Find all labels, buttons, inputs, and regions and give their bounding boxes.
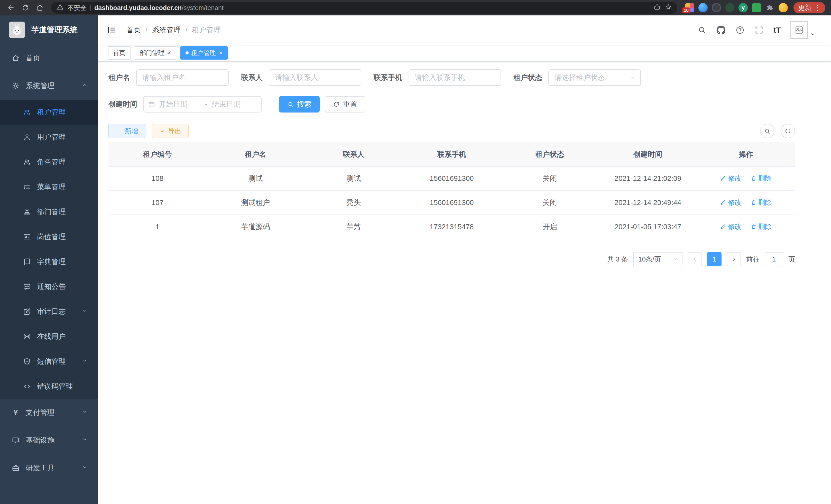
tags-view: 首页 部门管理 × 租户管理 × (98, 45, 831, 62)
update-button[interactable]: 更新 ⋮ (794, 2, 825, 13)
sidebar-item-label: 岗位管理 (37, 232, 66, 242)
chevron-down-icon (82, 409, 88, 417)
sidebar-item-payment[interactable]: ¥ 支付管理 (0, 399, 98, 426)
contact-input[interactable] (269, 69, 361, 86)
sidebar-item-post[interactable]: 岗位管理 (0, 224, 98, 249)
reset-button[interactable]: 重置 (325, 96, 365, 113)
sidebar-item-sms[interactable]: 短信管理 (0, 349, 98, 374)
sidebar-item-label: 菜单管理 (37, 182, 66, 192)
home-icon[interactable] (34, 2, 45, 13)
sidebar-item-audit-log[interactable]: 审计日志 (0, 299, 98, 324)
tab-home[interactable]: 首页 (108, 46, 131, 60)
sidebar-item-role[interactable]: 角色管理 (0, 149, 98, 174)
fullscreen-icon[interactable] (754, 25, 764, 35)
post-card-icon (23, 233, 31, 241)
tab-label: 租户管理 (191, 49, 216, 57)
chevron-down-icon (82, 464, 88, 472)
address-bar[interactable]: 不安全 dashboard.yudao.iocoder.cn/system/te… (51, 2, 677, 13)
extension-icon-dark[interactable] (712, 3, 721, 12)
sidebar-item-label: 系统管理 (26, 81, 55, 91)
sidebar-item-error-code[interactable]: 错误码管理 (0, 374, 98, 399)
trash-icon (751, 224, 757, 230)
profile-avatar-icon[interactable] (779, 3, 788, 12)
bookmark-star-icon[interactable] (665, 4, 672, 12)
prev-page-button[interactable] (688, 252, 702, 266)
table-header-row: 租户编号 租户名 联系人 联系手机 租户状态 创建时间 操作 (109, 142, 795, 167)
page-size-select[interactable]: 10条/页 (633, 252, 683, 266)
cell-actions: 修改 删除 (697, 167, 795, 190)
extension-icon-multicolor[interactable]: 10 (685, 3, 694, 12)
extension-icon-drop[interactable] (698, 3, 708, 12)
sidebar-item-label: 字典管理 (37, 257, 66, 267)
reload-icon[interactable] (20, 2, 31, 13)
sidebar-item-home[interactable]: 首页 (0, 44, 98, 72)
extensions-puzzle-icon[interactable] (765, 3, 774, 12)
tab-tenant[interactable]: 租户管理 × (180, 46, 228, 60)
tab-dept[interactable]: 部门管理 × (135, 46, 176, 60)
sidebar-item-infra[interactable]: 基础设施 (0, 426, 98, 454)
edit-link[interactable]: 修改 (720, 198, 741, 207)
date-start-placeholder: 开始日期 (155, 99, 204, 109)
close-icon[interactable]: × (219, 50, 223, 56)
export-button[interactable]: 导出 (152, 124, 189, 138)
user-icon (23, 133, 31, 142)
extension-icon-square[interactable] (752, 3, 761, 12)
breadcrumb-item[interactable]: 系统管理 (152, 25, 181, 35)
sidebar-item-devtools[interactable]: 研发工具 (0, 454, 98, 482)
sidebar-item-online-user[interactable]: 在线用户 (0, 324, 98, 349)
toggle-search-button[interactable] (760, 124, 774, 138)
delete-link[interactable]: 删除 (751, 198, 772, 207)
refresh-table-button[interactable] (781, 124, 795, 138)
toolbar: 新增 导出 (109, 124, 795, 138)
search-button[interactable]: 搜索 (279, 96, 320, 113)
cell-phone: 15601691300 (403, 167, 501, 190)
cell-contact: 秃头 (305, 190, 403, 215)
back-icon[interactable] (6, 2, 17, 13)
sidebar-item-tenant[interactable]: 租户管理 (0, 100, 98, 125)
goto-page-input[interactable] (765, 252, 783, 266)
phone-input[interactable] (408, 69, 501, 86)
extension-icon-darkgreen[interactable] (725, 3, 735, 12)
sidebar-item-dict[interactable]: 字典管理 (0, 249, 98, 274)
edit-link[interactable]: 修改 (720, 222, 741, 231)
chevron-left-icon (692, 256, 698, 262)
close-icon[interactable]: × (168, 50, 171, 56)
sidebar-item-system[interactable]: 系统管理 (0, 72, 98, 100)
breadcrumb-item[interactable]: 首页 (126, 25, 141, 35)
help-icon[interactable] (736, 25, 745, 35)
browser-menu-icon[interactable]: ⋮ (814, 4, 821, 12)
user-avatar[interactable] (791, 21, 815, 39)
sidebar-item-label: 在线用户 (37, 332, 66, 342)
sidebar-item-user[interactable]: 用户管理 (0, 125, 98, 149)
security-warning-icon[interactable] (57, 3, 64, 12)
current-page-button[interactable]: 1 (707, 252, 721, 266)
sidebar-item-menu[interactable]: 菜单管理 (0, 174, 98, 199)
sidebar-toggle-icon[interactable] (106, 24, 118, 36)
extension-icon-y[interactable]: y (739, 3, 748, 12)
filter-row-2: 创建时间 开始日期 - 结束日期 搜索 重置 (109, 96, 795, 113)
share-icon[interactable] (654, 4, 660, 12)
search-icon[interactable] (697, 25, 707, 35)
delete-link[interactable]: 删除 (751, 174, 772, 183)
pencil-icon (720, 199, 726, 206)
create-time-range-picker[interactable]: 开始日期 - 结束日期 (143, 96, 262, 113)
font-size-icon[interactable]: tT (773, 26, 781, 34)
delete-link[interactable]: 删除 (751, 222, 772, 231)
chevron-down-icon (82, 436, 88, 444)
next-page-button[interactable] (727, 252, 741, 266)
update-label: 更新 (798, 3, 811, 12)
chevron-right-icon (731, 256, 737, 262)
tenant-name-input[interactable] (136, 69, 229, 86)
pencil-icon (720, 224, 726, 230)
sidebar-item-notice[interactable]: 通知公告 (0, 274, 98, 299)
add-button[interactable]: 新增 (109, 124, 145, 138)
cell-status: 关闭 (501, 190, 599, 215)
github-icon[interactable] (716, 25, 726, 35)
sidebar-item-dept[interactable]: 部门管理 (0, 199, 98, 224)
cell-tenant-name: 测试 (207, 167, 305, 190)
edit-link[interactable]: 修改 (720, 174, 741, 183)
tenant-status-select[interactable]: 请选择租户状态 (548, 69, 641, 86)
sidebar: 芋道管理系统 首页 系统管理 租户管理 (0, 16, 98, 504)
sidebar-menu: 首页 系统管理 租户管理 用户管理 (0, 44, 98, 482)
download-icon (159, 128, 166, 135)
